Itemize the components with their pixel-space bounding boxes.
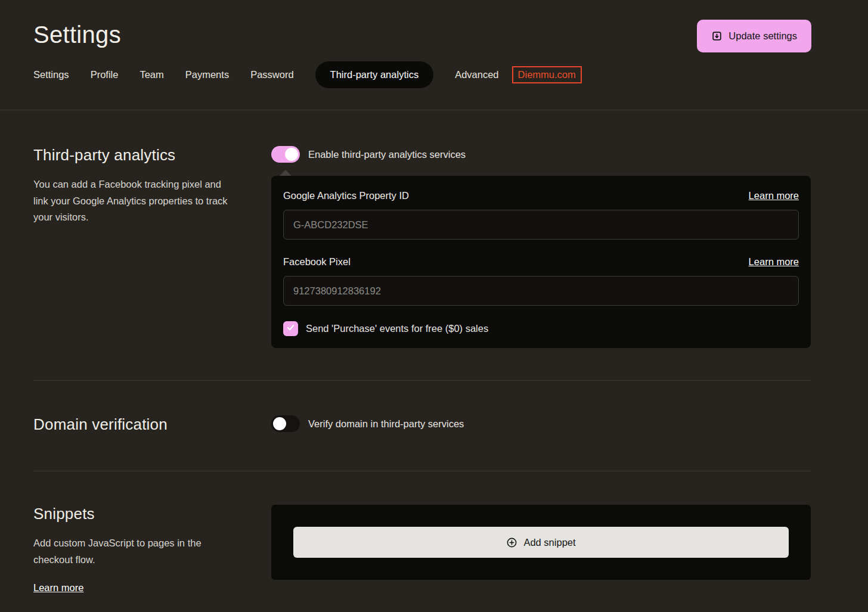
domain-section-heading: Domain verification: [33, 415, 253, 434]
domain-verify-toggle[interactable]: [271, 415, 300, 432]
google-analytics-field-group: Google Analytics Property ID Learn more: [283, 190, 799, 240]
checkmark-icon: [286, 323, 295, 334]
analytics-section-description: You can add a Facebook tracking pixel an…: [33, 176, 230, 226]
analytics-enable-toggle[interactable]: [271, 146, 300, 163]
tab-diemmu-domain[interactable]: Diemmu.com: [512, 66, 582, 83]
update-icon: [711, 30, 723, 42]
analytics-panel: Google Analytics Property ID Learn more …: [271, 176, 811, 348]
snippets-section-heading: Snippets: [33, 505, 253, 523]
header: Settings Update settings Settings Profil…: [0, 0, 868, 110]
facebook-pixel-learn-more-link[interactable]: Learn more: [749, 256, 799, 268]
tab-team[interactable]: Team: [140, 61, 163, 88]
tab-settings[interactable]: Settings: [33, 61, 69, 88]
google-analytics-input[interactable]: [283, 210, 799, 240]
tab-payments[interactable]: Payments: [185, 61, 229, 88]
domain-toggle-label: Verify domain in third-party services: [308, 418, 464, 430]
toggle-knob: [285, 148, 298, 161]
analytics-section-heading: Third-party analytics: [33, 146, 253, 164]
purchase-events-checkbox[interactable]: [283, 321, 298, 336]
section-third-party-analytics: Third-party analytics You can add a Face…: [33, 146, 811, 380]
section-domain-verification: Domain verification Verify domain in thi…: [33, 381, 811, 471]
facebook-pixel-field-group: Facebook Pixel Learn more: [283, 256, 799, 306]
domain-toggle-row: Verify domain in third-party services: [271, 415, 811, 432]
page-title: Settings: [33, 21, 811, 48]
tab-password[interactable]: Password: [250, 61, 293, 88]
purchase-events-label: Send 'Purchase' events for free ($0) sal…: [306, 323, 488, 334]
google-analytics-label: Google Analytics Property ID: [283, 190, 409, 201]
section-snippets: Snippets Add custom JavaScript to pages …: [33, 471, 811, 594]
purchase-events-check-row: Send 'Purchase' events for free ($0) sal…: [283, 321, 799, 337]
tab-profile[interactable]: Profile: [91, 61, 119, 88]
analytics-toggle-label: Enable third-party analytics services: [308, 149, 466, 160]
add-snippet-label: Add snippet: [523, 537, 575, 548]
update-settings-button[interactable]: Update settings: [697, 20, 811, 52]
snippets-panel: Add snippet: [271, 505, 811, 580]
facebook-pixel-input[interactable]: [283, 276, 799, 306]
google-analytics-learn-more-link[interactable]: Learn more: [749, 190, 799, 201]
toggle-knob: [273, 417, 286, 430]
tab-third-party-analytics[interactable]: Third-party analytics: [315, 61, 434, 88]
add-snippet-button[interactable]: Add snippet: [293, 527, 789, 558]
plus-circle-icon: [506, 537, 517, 548]
panel-arrow-icon: [280, 170, 292, 176]
analytics-toggle-row: Enable third-party analytics services: [271, 146, 811, 163]
tab-bar: Settings Profile Team Payments Password …: [33, 61, 811, 110]
facebook-pixel-label: Facebook Pixel: [283, 256, 351, 268]
snippets-learn-more-link[interactable]: Learn more: [33, 582, 83, 594]
main-content: Third-party analytics You can add a Face…: [0, 110, 868, 612]
tab-advanced[interactable]: Advanced: [455, 61, 498, 88]
update-settings-label: Update settings: [728, 30, 797, 42]
snippets-section-description: Add custom JavaScript to pages in the ch…: [33, 535, 230, 568]
